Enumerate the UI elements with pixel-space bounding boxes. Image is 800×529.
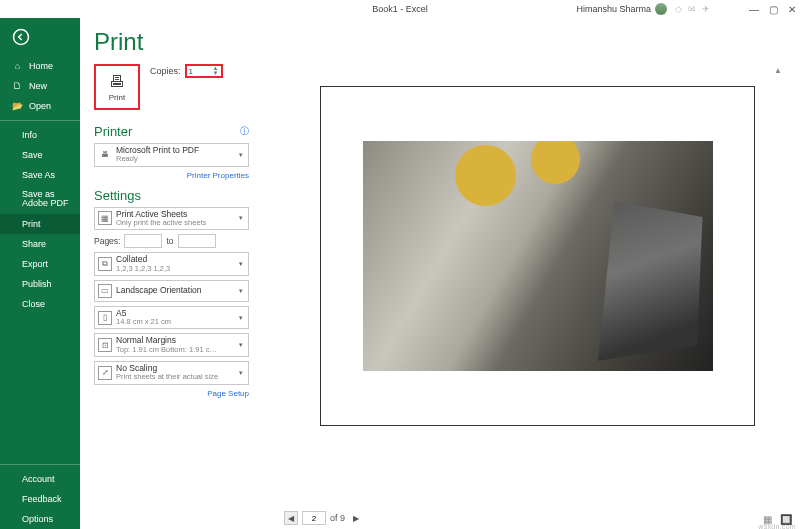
sidebar-item-account[interactable]: Account [0, 469, 80, 489]
total-pages: of 9 [330, 513, 345, 523]
sidebar-item-label: Open [29, 101, 51, 111]
orientation-selector[interactable]: ▭ Landscape Orientation ▾ [94, 280, 249, 302]
pages-to-label: to [166, 236, 173, 246]
sidebar-item-export[interactable]: Export [0, 254, 80, 274]
dropdown-sub: Only print the active sheets [116, 219, 233, 227]
chevron-down-icon: ▾ [237, 287, 245, 295]
sidebar-item-feedback[interactable]: Feedback [0, 489, 80, 509]
paper-size-selector[interactable]: ▯ A5 14.8 cm x 21 cm ▾ [94, 306, 249, 330]
chevron-down-icon: ▾ [237, 151, 245, 159]
sidebar-item-label: Print [22, 219, 41, 229]
home-icon: ⌂ [12, 61, 23, 71]
watermark: wsxdn.com [758, 523, 796, 529]
print-preview: ▲ [249, 62, 786, 523]
print-button[interactable]: 🖶 Print [94, 64, 140, 110]
sidebar-item-label: Save as Adobe PDF [22, 190, 74, 209]
sidebar-item-home[interactable]: ⌂Home [0, 56, 80, 76]
pages-from-input[interactable] [124, 234, 162, 248]
preview-page [320, 86, 755, 426]
copies-value: 1 [189, 67, 193, 76]
next-page-button[interactable]: ▶ [349, 511, 363, 525]
sidebar-item-label: Account [22, 474, 55, 484]
minimize-button[interactable]: — [749, 4, 759, 15]
pages-label: Pages: [94, 236, 120, 246]
sidebar-item-label: Publish [22, 279, 52, 289]
printer-status: Ready [116, 155, 233, 163]
copies-input[interactable]: 1 ▲▼ [185, 64, 223, 78]
open-icon: 📂 [12, 101, 23, 111]
printer-heading: Printer ⓘ [94, 124, 249, 139]
chevron-down-icon: ▾ [237, 214, 245, 222]
svg-point-0 [14, 30, 29, 45]
copies-stepper[interactable]: ▲▼ [213, 66, 219, 76]
dropdown-title: Landscape Orientation [116, 286, 233, 295]
backstage-content: Print 🖶 Print Copies: 1 ▲▼ [80, 18, 800, 529]
sidebar-item-label: Feedback [22, 494, 62, 504]
sidebar-item-save[interactable]: Save [0, 145, 80, 165]
avatar[interactable] [655, 3, 667, 15]
sidebar-item-share[interactable]: Share [0, 234, 80, 254]
margins-selector[interactable]: ⊡ Normal Margins Top: 1.91 cm Bottom: 1.… [94, 333, 249, 357]
current-page-input[interactable] [302, 511, 326, 525]
paper-icon: ▯ [98, 311, 112, 325]
settings-heading: Settings [94, 188, 249, 203]
user-name: Himanshu Sharma [576, 4, 651, 14]
sidebar-item-save-as[interactable]: Save As [0, 165, 80, 185]
printer-icon: 🖶 [109, 73, 125, 91]
what-to-print-selector[interactable]: ▦ Print Active Sheets Only print the act… [94, 207, 249, 231]
scroll-up-icon[interactable]: ▲ [774, 66, 782, 75]
dropdown-sub: Print sheets at their actual size [116, 373, 233, 381]
sidebar-item-open[interactable]: 📂Open [0, 96, 80, 116]
title-decorations: ◇✉✈ [675, 4, 710, 14]
sidebar-item-label: Export [22, 259, 48, 269]
sidebar-item-close[interactable]: Close [0, 294, 80, 314]
pages-to-input[interactable] [178, 234, 216, 248]
new-icon: 🗋 [12, 81, 23, 91]
scaling-icon: ⤢ [98, 366, 112, 380]
page-navigator: ◀ of 9 ▶ [284, 511, 363, 525]
print-settings-column: 🖶 Print Copies: 1 ▲▼ Printer ⓘ [94, 62, 249, 523]
dropdown-sub: 14.8 cm x 21 cm [116, 318, 233, 326]
scaling-selector[interactable]: ⤢ No Scaling Print sheets at their actua… [94, 361, 249, 385]
chevron-down-icon: ▾ [237, 341, 245, 349]
sidebar-item-new[interactable]: 🗋New [0, 76, 80, 96]
chevron-down-icon: ▾ [237, 314, 245, 322]
sidebar-item-label: Save As [22, 170, 55, 180]
sheets-icon: ▦ [98, 211, 112, 225]
printer-properties-link[interactable]: Printer Properties [94, 171, 249, 180]
sidebar-item-info[interactable]: Info [0, 125, 80, 145]
titlebar: Book1 - Excel Himanshu Sharma ◇✉✈ — ▢ ✕ [0, 0, 800, 18]
sidebar-item-label: Options [22, 514, 53, 524]
pages-range: Pages: to [94, 234, 249, 248]
back-button[interactable] [0, 18, 80, 56]
landscape-icon: ▭ [98, 284, 112, 298]
chevron-down-icon: ▾ [237, 260, 245, 268]
sidebar-item-label: Share [22, 239, 46, 249]
sidebar-item-print[interactable]: Print [0, 214, 80, 234]
copies-label: Copies: [150, 66, 181, 76]
sidebar-item-label: Info [22, 130, 37, 140]
restore-button[interactable]: ▢ [769, 4, 778, 15]
print-button-label: Print [109, 93, 125, 102]
sidebar-item-label: Home [29, 61, 53, 71]
chevron-down-icon: ▾ [237, 369, 245, 377]
sidebar-item-publish[interactable]: Publish [0, 274, 80, 294]
info-icon[interactable]: ⓘ [240, 125, 249, 138]
printer-selector[interactable]: 🖶 Microsoft Print to PDF Ready ▾ [94, 143, 249, 167]
sidebar-item-options[interactable]: Options [0, 509, 80, 529]
close-button[interactable]: ✕ [788, 4, 796, 15]
prev-page-button[interactable]: ◀ [284, 511, 298, 525]
preview-image [363, 141, 713, 371]
sidebar-item-label: Save [22, 150, 43, 160]
page-title: Print [94, 28, 786, 56]
printer-device-icon: 🖶 [98, 148, 112, 162]
sidebar-item-label: Close [22, 299, 45, 309]
collated-icon: ⧉ [98, 257, 112, 271]
margins-icon: ⊡ [98, 338, 112, 352]
sidebar-item-save-as-adobe-pdf[interactable]: Save as Adobe PDF [0, 185, 80, 214]
collation-selector[interactable]: ⧉ Collated 1,2,3 1,2,3 1,2,3 ▾ [94, 252, 249, 276]
page-setup-link[interactable]: Page Setup [94, 389, 249, 398]
user-area[interactable]: Himanshu Sharma ◇✉✈ [576, 3, 710, 15]
document-title: Book1 - Excel [372, 4, 428, 14]
window-controls: — ▢ ✕ [749, 4, 796, 15]
